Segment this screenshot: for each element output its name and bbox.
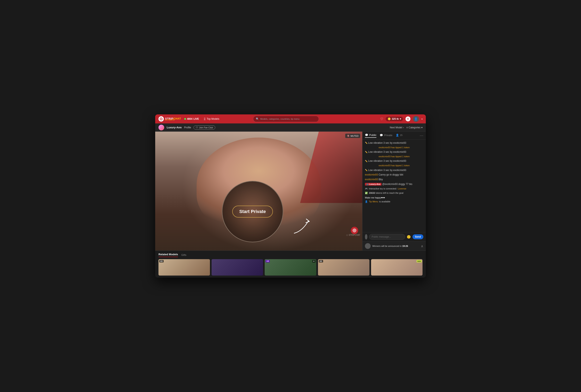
list-item: ✏️ Low vibration 3 sec by exoticmix93 <box>365 159 423 163</box>
send-button[interactable]: Send <box>412 234 423 239</box>
chat-tabs: 💬 Public 💬 Private 👤 15 ⋯ <box>362 132 426 140</box>
related-thumb: HD <box>158 259 210 276</box>
related-section: Related Models Gifts HD VR ✏ HD <box>155 250 426 278</box>
fan-club-icon: 🛡 <box>196 126 198 129</box>
list-item: Make me happy♥♥♥ <box>365 196 423 199</box>
start-private-circle: Start Private <box>222 181 283 242</box>
live-count: 4804 <box>187 118 192 120</box>
related-card[interactable]: new <box>371 259 422 276</box>
tokens-icon: 🪙 <box>388 118 391 120</box>
add-tokens-button[interactable]: + <box>406 116 410 121</box>
live-dot <box>184 118 186 120</box>
public-chat-icon: 💬 <box>365 134 368 136</box>
emoji-button[interactable]: 🙂 <box>407 235 411 239</box>
winners-avatar <box>365 243 371 249</box>
list-item: 📹 Luxury-Ann @exoticmix93 doggy 77 tks <box>365 182 423 186</box>
tip-menu-link[interactable]: Tip Menu <box>369 200 378 203</box>
related-models-title: Related Models <box>158 253 178 257</box>
profile-button[interactable]: 👤 <box>413 116 419 122</box>
vibration-icon: ✏️ <box>365 151 368 154</box>
logo-subtitle: ULTIMATE <box>165 119 181 121</box>
profile-link[interactable]: Profile <box>184 126 191 129</box>
chat-user-avatar <box>365 234 368 240</box>
tokens-amount: 325 tk <box>392 118 399 120</box>
list-item: exoticmix93 Canny go in doggy bbt <box>365 173 423 176</box>
tab-public[interactable]: 💬 Public <box>365 134 376 138</box>
live-label: LIVE <box>194 118 199 120</box>
model-nav-right: Next Model › ≡ Categories ▾ <box>390 126 422 129</box>
related-thumb: new <box>371 259 422 276</box>
categories-icon: ≡ <box>406 126 408 129</box>
watermark: ⬡ STRIPCHAT <box>346 234 360 236</box>
categories-button[interactable]: ≡ Categories ▾ <box>406 126 422 129</box>
list-item: exoticmix93 has tipped 1 token <box>365 164 423 167</box>
related-thumb: HD <box>318 259 370 276</box>
related-card[interactable]: VR ✏ <box>265 259 316 276</box>
top-models-button[interactable]: ⣿ Top Models <box>202 117 221 121</box>
watermark-text: STRIPCHAT <box>349 234 360 236</box>
goal-check-icon: ✅ <box>365 192 368 194</box>
winners-bar: Winners will be announced in 19:26 ∧ <box>362 241 426 250</box>
winners-expand-button[interactable]: ∧ <box>421 244 423 248</box>
edit-badge: ✏ <box>312 260 316 263</box>
target-icon[interactable] <box>351 227 358 234</box>
logo[interactable]: STRIPCHAT ULTIMATE <box>158 116 181 122</box>
related-thumb <box>212 259 263 276</box>
search-bar[interactable]: 🔍 <box>253 116 319 122</box>
chat-input[interactable] <box>369 234 405 240</box>
vibration-icon: ✏️ <box>365 169 368 172</box>
video-area: 🔇 MUTED ⬡ STRIPCHAT Start Private <box>155 132 362 250</box>
tab-private[interactable]: 💬 Private <box>380 134 392 138</box>
list-item: 🎮 Interactive toy is connected: Lovense <box>365 187 423 190</box>
chat-more-button[interactable]: ⋯ <box>420 133 423 138</box>
model-avatar[interactable] <box>158 125 164 130</box>
vibration-icon: ✏️ <box>365 142 368 144</box>
model-nav: Luxury-Ann Profile 🛡 Join Fan Club Next … <box>155 124 426 132</box>
hd-badge: HD <box>319 260 323 262</box>
list-item: exoticmix93 has tipped 1 token <box>365 146 423 149</box>
related-grid: HD VR ✏ HD new <box>158 259 422 276</box>
winners-text: Winners will be announced in 19:26 <box>372 245 408 247</box>
vibration-icon: ✏️ <box>365 160 368 162</box>
start-private-big-button[interactable]: Start Private <box>232 206 273 218</box>
list-item: ✏️ Low vibration 3 sec by exoticmix93 <box>365 141 423 145</box>
chat-messages: ✏️ Low vibration 3 sec by exoticmix93 ex… <box>362 140 426 232</box>
related-card[interactable] <box>212 259 263 276</box>
chat-input-area: 🙂 Send <box>362 232 426 241</box>
search-input[interactable] <box>260 118 316 120</box>
hd-badge: HD <box>159 260 164 262</box>
logo-icon <box>158 116 164 122</box>
tokens-button[interactable]: 🪙 325 tk ▾ <box>386 117 403 121</box>
top-nav: STRIPCHAT ULTIMATE 4804 LIVE ⣿ Top Model… <box>155 114 426 124</box>
live-indicator: 4804 LIVE <box>184 118 199 120</box>
next-model-button[interactable]: Next Model › <box>390 126 404 129</box>
nav-right: ♡ 🪙 325 tk ▾ + 👤 ▾ <box>380 116 422 122</box>
muted-text: MUTED <box>350 135 358 137</box>
list-item: ✅ 15632 tokens left to reach the goal <box>365 192 423 194</box>
main-content: 🔇 MUTED ⬡ STRIPCHAT Start Private <box>155 132 426 250</box>
vr-badge: VR <box>266 260 270 262</box>
related-card[interactable]: HD <box>158 259 210 276</box>
next-model-label: Next Model <box>390 126 402 129</box>
tab-public-label: Public <box>369 134 376 136</box>
lovense-link[interactable]: Lovense <box>398 187 406 190</box>
winners-timer: 19:26 <box>402 245 408 247</box>
muted-badge: 🔇 MUTED <box>345 134 360 138</box>
model-nav-left: Luxury-Ann Profile 🛡 Join Fan Club <box>158 125 215 130</box>
related-gifts-tab[interactable]: Gifts <box>181 254 186 256</box>
svg-point-3 <box>354 230 355 231</box>
profile-chevron: ▾ <box>422 118 422 120</box>
users-icon: 👤 <box>396 134 399 137</box>
categories-label: Categories <box>408 126 420 129</box>
heart-button[interactable]: ♡ <box>380 117 383 121</box>
private-chat-icon: 💬 <box>380 134 383 137</box>
list-item: exoticmix93 Bby <box>365 178 423 181</box>
top-models-icon: ⣿ <box>204 118 206 120</box>
tab-private-label: Private <box>384 134 392 137</box>
fan-club-button[interactable]: 🛡 Join Fan Club <box>194 126 215 130</box>
fan-club-label: Join Fan Club <box>199 126 213 129</box>
list-item: ✏️ Low vibration 3 sec by exoticmix93 <box>365 168 423 172</box>
model-name[interactable]: Luxury-Ann <box>167 126 182 129</box>
tab-users[interactable]: 👤 15 <box>396 134 402 138</box>
related-card[interactable]: HD <box>318 259 370 276</box>
